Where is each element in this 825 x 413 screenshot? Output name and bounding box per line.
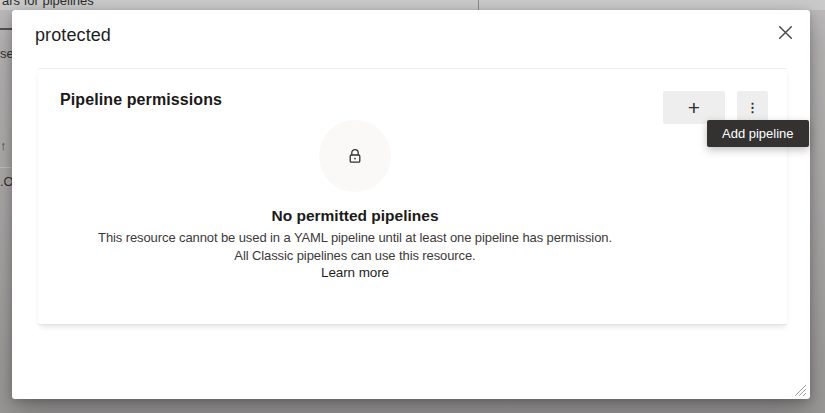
dialog-title: protected — [35, 25, 111, 46]
resize-handle[interactable] — [794, 383, 807, 396]
empty-state-title: No permitted pipelines — [38, 207, 672, 225]
kebab-menu-icon: ⋮ — [746, 100, 759, 115]
pipeline-permissions-card: Pipeline permissions + ⋮ No permitted pi… — [38, 68, 787, 325]
resize-grip-icon — [794, 384, 807, 397]
empty-state-description-line1: This resource cannot be used in a YAML p… — [38, 229, 672, 247]
background-page-heading: ars for pipelines — [2, 0, 94, 8]
learn-more-link[interactable]: Learn more — [321, 264, 389, 282]
resource-permissions-dialog: protected Pipeline permissions + ⋮ No pe… — [12, 10, 810, 399]
background-header-band: ars for pipelines — [0, 0, 825, 10]
background-partial-text-2: ↑ — [0, 138, 7, 153]
lock-badge — [319, 120, 391, 192]
close-button[interactable] — [773, 20, 797, 44]
close-icon — [778, 25, 793, 40]
background-header-divider — [478, 0, 479, 10]
lock-icon — [346, 147, 364, 165]
add-pipeline-tooltip: Add pipeline — [707, 120, 809, 147]
empty-state-description-line2: All Classic pipelines can use this resou… — [38, 247, 672, 265]
empty-state: No permitted pipelines This resource can… — [38, 120, 672, 282]
card-heading: Pipeline permissions — [60, 91, 222, 109]
plus-icon: + — [688, 97, 700, 118]
